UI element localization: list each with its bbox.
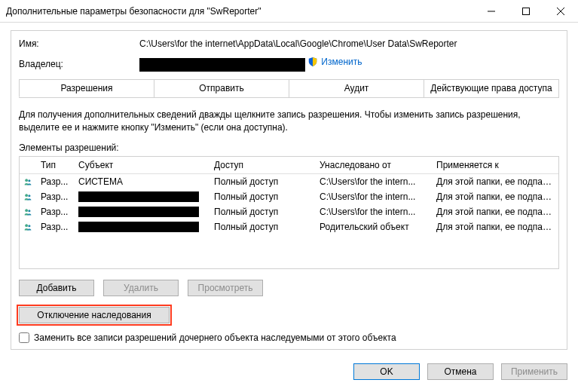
cell-inherited: C:\Users\for the intern... (315, 176, 432, 188)
subject-redacted (78, 222, 199, 232)
main-panel: Имя: C:\Users\for the internet\AppData\L… (11, 30, 567, 350)
svg-point-4 (25, 179, 28, 182)
tab-share[interactable]: Отправить (154, 80, 289, 97)
window-title: Дополнительные параметры безопасности дл… (0, 6, 261, 17)
svg-point-11 (28, 225, 30, 227)
cell-type: Разр... (36, 191, 74, 203)
tab-permissions[interactable]: Разрешения (19, 80, 154, 97)
change-owner-link[interactable]: Изменить (307, 57, 362, 67)
cell-applies: Для этой папки, ее подпапок ... (432, 176, 558, 188)
user-icon (20, 220, 36, 234)
owner-value: Изменить (139, 57, 559, 72)
cell-applies: Для этой папки, ее подпапок ... (432, 221, 558, 233)
tabs: Разрешения Отправить Аудит Действующие п… (19, 79, 559, 98)
svg-point-5 (28, 179, 30, 182)
col-inherited[interactable]: Унаследовано от (315, 157, 432, 173)
cell-subject (74, 190, 209, 203)
cell-applies: Для этой папки, ее подпапок ... (432, 191, 558, 203)
table-row[interactable]: Разр...Полный доступC:\Users\for the int… (20, 189, 558, 204)
owner-label: Владелец: (19, 59, 139, 69)
cell-subject (74, 220, 209, 233)
svg-point-9 (28, 210, 30, 212)
subject-redacted (78, 191, 199, 202)
cell-inherited: C:\Users\for the intern... (315, 191, 432, 203)
user-icon (20, 175, 36, 188)
minimize-button[interactable] (474, 0, 509, 23)
dialog-footer: OK Отмена Применить (0, 356, 578, 387)
svg-point-7 (28, 194, 30, 197)
maximize-button[interactable] (509, 0, 543, 23)
subject-redacted (78, 207, 199, 217)
tab-effective[interactable]: Действующие права доступа (424, 80, 558, 97)
replace-checkbox-row: Заменить все записи разрешений дочернего… (19, 332, 559, 343)
help-text: Для получения дополнительных сведений дв… (19, 109, 559, 135)
change-owner-label: Изменить (321, 57, 362, 67)
owner-redacted (139, 58, 305, 72)
cell-access: Полный доступ (209, 221, 315, 233)
shield-icon (307, 57, 318, 67)
window-buttons (474, 0, 578, 23)
view-button: Просмотреть (188, 280, 263, 296)
add-button[interactable]: Добавить (19, 280, 94, 296)
apply-button: Применить (501, 363, 567, 380)
svg-point-6 (25, 194, 28, 197)
permissions-section-label: Элементы разрешений: (19, 142, 559, 153)
permissions-table: Тип Субъект Доступ Унаследовано от Приме… (19, 156, 559, 269)
table-row[interactable]: Разр...Полный доступC:\Users\for the int… (20, 204, 558, 219)
action-button-row: Добавить Удалить Просмотреть (19, 280, 559, 296)
ok-button[interactable]: OK (353, 363, 420, 380)
table-body: Разр...СИСТЕМАПолный доступC:\Users\for … (20, 174, 558, 234)
name-label: Имя: (19, 38, 139, 49)
col-type[interactable]: Тип (36, 157, 74, 173)
disable-inheritance-button[interactable]: Отключение наследования (19, 307, 170, 323)
cell-access: Полный доступ (209, 191, 315, 203)
table-header: Тип Субъект Доступ Унаследовано от Приме… (20, 157, 558, 174)
user-icon (20, 190, 36, 204)
cell-inherited: Родительский объект (315, 221, 432, 233)
cell-access: Полный доступ (209, 176, 315, 188)
replace-checkbox-label: Заменить все записи разрешений дочернего… (34, 332, 396, 343)
cell-applies: Для этой папки, ее подпапок ... (432, 206, 558, 218)
close-icon (557, 8, 564, 15)
table-row[interactable]: Разр...СИСТЕМАПолный доступC:\Users\for … (20, 174, 558, 189)
cell-inherited: C:\Users\for the intern... (315, 206, 432, 218)
maximize-icon (522, 8, 530, 15)
col-applies[interactable]: Применяется к (432, 157, 558, 173)
cell-subject (74, 205, 209, 218)
name-row: Имя: C:\Users\for the internet\AppData\L… (19, 38, 559, 49)
cell-type: Разр... (36, 176, 74, 188)
cell-type: Разр... (36, 221, 74, 233)
col-icon (20, 157, 36, 173)
tab-audit[interactable]: Аудит (289, 80, 424, 97)
replace-checkbox[interactable] (19, 332, 29, 343)
svg-rect-1 (523, 8, 530, 14)
svg-point-8 (25, 209, 28, 212)
cell-access: Полный доступ (209, 206, 315, 218)
close-button[interactable] (543, 0, 578, 23)
titlebar: Дополнительные параметры безопасности дл… (0, 0, 578, 23)
col-subject[interactable]: Субъект (74, 157, 209, 173)
remove-button: Удалить (103, 280, 179, 296)
user-icon (20, 205, 36, 219)
svg-point-10 (25, 224, 28, 227)
cell-type: Разр... (36, 206, 74, 218)
minimize-icon (488, 8, 495, 15)
owner-row: Владелец: Изменить (19, 57, 559, 72)
cell-subject: СИСТЕМА (74, 176, 209, 188)
inherit-button-row: Отключение наследования (19, 307, 559, 323)
name-value: C:\Users\for the internet\AppData\Local\… (139, 38, 559, 49)
table-row[interactable]: Разр...Полный доступРодительский объектД… (20, 219, 558, 234)
cancel-button[interactable]: Отмена (427, 363, 494, 380)
col-access[interactable]: Доступ (209, 157, 315, 173)
